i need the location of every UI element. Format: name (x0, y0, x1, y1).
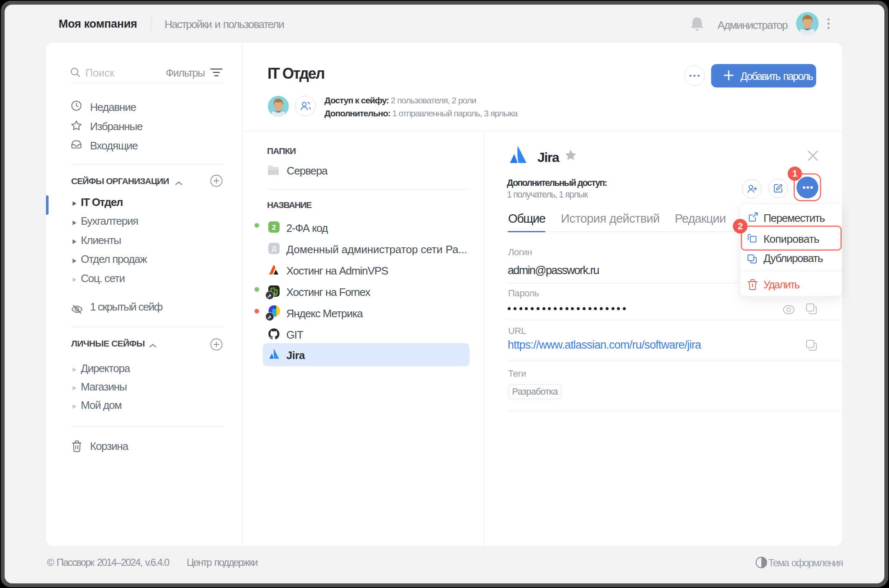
svg-text:2: 2 (272, 223, 276, 231)
svg-text:Д: Д (272, 245, 277, 252)
